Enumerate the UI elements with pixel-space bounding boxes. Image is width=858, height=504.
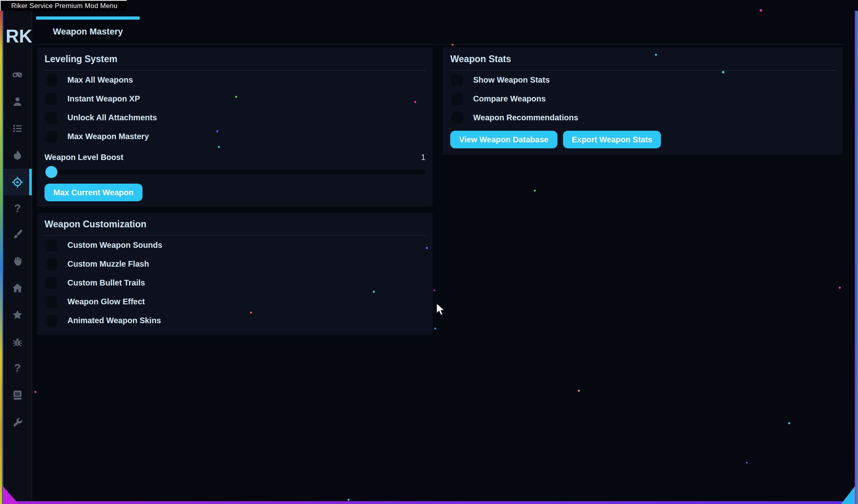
slider-track[interactable] [45,170,425,174]
checkbox[interactable] [45,112,57,124]
question-icon: ? [11,203,24,215]
slider-thumb[interactable] [45,166,57,178]
toggle-compare-weapons[interactable]: Compare Weapons [451,89,836,108]
toggle-label: Unlock All Attachments [67,113,157,122]
toggle-label: Custom Muzzle Flash [67,259,149,269]
particle-dot [250,312,252,314]
player-icon [11,95,24,108]
toggle-label: Custom Bullet Trails [67,278,145,287]
paintbrush-icon [11,228,24,241]
window-border-right [855,11,858,504]
sidebar: RKR [3,11,32,501]
crosshair-icon [11,176,24,188]
view-weapon-database-button[interactable]: View Weapon Database [450,131,557,148]
mod-menu-window: Riker Service Premium Mod Menu RKR [0,0,858,504]
particle-dot [414,101,416,103]
slider-value: 1 [421,153,425,162]
checkbox[interactable] [45,131,57,143]
toggle-label: Compare Weapons [473,94,546,103]
particle-dot [433,289,435,291]
list-icon [11,122,24,135]
toggle-max-weapon-mastery[interactable]: Max Weapon Mastery [45,127,425,146]
sidebar-item-journal[interactable] [3,382,32,408]
toggle-show-weapon-stats[interactable]: Show Weapon Stats [451,71,836,89]
toggle-label: Instant Weapon XP [67,94,140,103]
checkbox[interactable] [451,74,463,86]
particle-dot [788,422,790,424]
toggle-label: Weapon Recommendations [473,113,578,122]
gamepad-icon [11,69,24,81]
checkbox[interactable] [45,93,57,105]
toggle-max-all-weapons[interactable]: Max All Weapons [45,71,425,89]
particle-dot [746,462,748,464]
sidebar-item-wrench[interactable] [3,409,32,436]
toggle-animated-weapon-skins[interactable]: Animated Weapon Skins [45,311,425,330]
toggle-weapon-recommendations[interactable]: Weapon Recommendations [451,108,836,127]
sidebar-item-player[interactable] [3,88,32,115]
checkbox[interactable] [45,277,57,289]
toggle-label: Custom Weapon Sounds [67,241,162,250]
sidebar-item-bug[interactable] [3,328,32,355]
window-border-bottom [3,501,855,504]
window-corner-accent-left [3,486,18,504]
toggle-label: Weapon Glow Effect [67,297,145,306]
checkbox[interactable] [45,258,57,270]
sidebar-item-list[interactable] [3,115,32,142]
sidebar-item-gamepad[interactable] [3,61,32,88]
particle-dot [218,146,220,148]
max-current-weapon-button[interactable]: Max Current Weapon [45,184,142,201]
particle-dot [655,54,657,56]
panel-weapon-stats: Weapon Stats Show Weapon Stats Compare W… [443,47,843,155]
star-icon [11,309,24,321]
window-border-left [0,11,3,504]
toggle-custom-muzzle-flash[interactable]: Custom Muzzle Flash [45,255,425,273]
checkbox[interactable] [45,239,57,251]
particle-dot [578,390,580,392]
panel-leveling-system: Leveling System Max All Weapons Instant … [37,47,433,206]
export-weapon-stats-button[interactable]: Export Weapon Stats [563,131,661,148]
checkbox[interactable] [45,74,57,86]
checkbox[interactable] [451,93,463,105]
sidebar-item-home[interactable] [3,275,32,301]
toggle-unlock-all-attachments[interactable]: Unlock All Attachments [45,108,425,127]
toggle-label: Show Weapon Stats [473,75,550,85]
sidebar-item-help-2[interactable]: ? [3,355,32,382]
window-titlebar[interactable]: Riker Service Premium Mod Menu [0,0,127,11]
sidebar-item-crosshair-active[interactable] [3,169,32,195]
checkbox[interactable] [451,112,463,124]
particle-dot [35,391,37,393]
particle-dot [451,44,453,46]
sidebar-item-help[interactable]: ? [3,196,32,222]
home-icon [11,282,24,294]
panel-title: Leveling System [45,47,425,70]
particle-dot [534,190,536,192]
checkbox[interactable] [45,315,57,327]
sidebar-item-paintbrush[interactable] [3,221,32,247]
toggle-weapon-glow-effect[interactable]: Weapon Glow Effect [45,292,425,311]
toggle-custom-weapon-sounds[interactable]: Custom Weapon Sounds [45,236,425,255]
panel-weapon-customization: Weapon Customization Custom Weapon Sound… [37,213,433,335]
particle-dot [722,71,724,73]
particle-dot [348,499,350,501]
wrench-icon [11,417,24,429]
tab-weapon-mastery[interactable]: Weapon Mastery [36,26,140,37]
sidebar-item-hand[interactable] [3,248,32,274]
sidebar-item-star[interactable] [3,302,32,328]
particle-dot [373,291,375,293]
particle-dot [216,130,218,132]
toggle-label: Animated Weapon Skins [67,316,161,325]
toggle-label: Max All Weapons [67,75,133,85]
window-title: Riker Service Premium Mod Menu [11,2,118,10]
panel-title: Weapon Stats [450,47,836,70]
particle-dot [235,96,237,98]
toggle-instant-weapon-xp[interactable]: Instant Weapon XP [45,89,425,108]
toggle-custom-bullet-trails[interactable]: Custom Bullet Trails [45,273,425,292]
weapon-level-boost-slider[interactable] [45,166,425,178]
svg-text:?: ? [14,203,21,215]
checkbox[interactable] [45,296,57,308]
sidebar-item-flame[interactable] [3,142,32,168]
journal-icon [11,389,24,401]
toggle-label: Max Weapon Mastery [67,132,149,141]
mouse-cursor [436,303,447,316]
slider-label: Weapon Level Boost [45,153,123,162]
